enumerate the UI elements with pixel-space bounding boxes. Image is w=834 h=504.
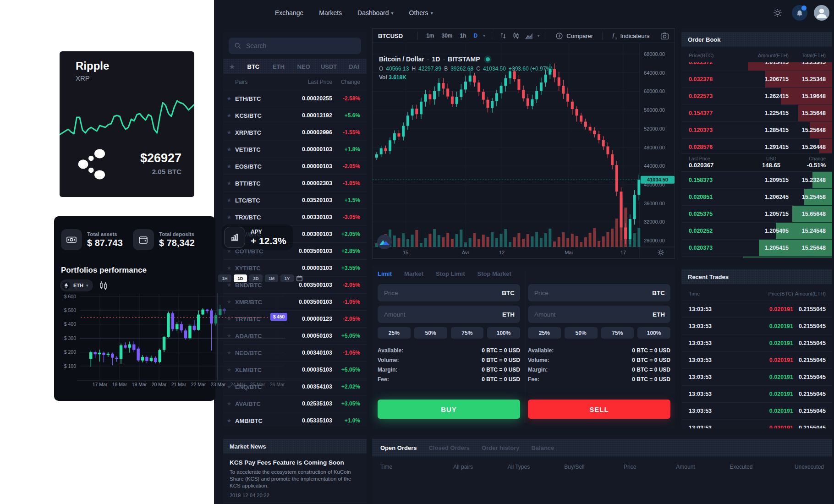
orders-tab-open-orders[interactable]: Open Orders (380, 444, 417, 451)
nav-item-dashboard[interactable]: Dashboard▾ (357, 9, 394, 16)
search-input[interactable] (245, 42, 339, 50)
pairs-tab-neo[interactable]: NEO (291, 63, 316, 70)
ask-row[interactable]: 0.0323781.20671515.25348 (681, 71, 832, 88)
news-item[interactable]: KCS Pay Fees Feature is Coming SoonTo ac… (223, 454, 367, 503)
nav-item-others[interactable]: Others▾ (409, 9, 433, 16)
trade-row[interactable]: 13:03:530.0201910.2155045 (681, 334, 832, 351)
sell-percent-25[interactable]: 25% (528, 327, 561, 339)
star-icon[interactable]: ★ (223, 112, 235, 119)
star-icon[interactable]: ★ (223, 282, 235, 288)
ask-row[interactable]: 0.0223721.01541515.25345 (681, 62, 832, 71)
avatar[interactable] (814, 5, 829, 21)
pair-row[interactable]: ★TRX/BTC0.00330103-3.05% (223, 208, 367, 225)
portfolio-timeframe-1m[interactable]: 1M (265, 274, 278, 282)
pair-row[interactable]: ★XYT/BTC0.00003103+3.55% (223, 259, 367, 276)
star-icon[interactable]: ★ (223, 214, 235, 220)
chevron-down-icon[interactable]: ▾ (536, 33, 542, 38)
portfolio-timeframe-3d[interactable]: 3D (249, 274, 263, 282)
buy-button[interactable]: BUY (378, 400, 520, 419)
snapshot-camera-icon[interactable] (660, 32, 675, 40)
candlestick-chart[interactable]: 68000.0064000.0060000.0056000.0052000.00… (373, 43, 675, 258)
orders-tab-balance[interactable]: Balance (531, 444, 554, 451)
chart-timeframe-d[interactable]: D (470, 33, 482, 39)
sell-price-input[interactable] (533, 289, 652, 297)
star-icon[interactable]: ★ (223, 95, 235, 102)
trade-row[interactable]: 13:03:530.0201910.2155045 (681, 385, 832, 402)
portfolio-timeframe-1h[interactable]: 1H (218, 274, 231, 282)
nav-item-markets[interactable]: Markets (319, 9, 342, 16)
trade-row[interactable]: 13:03:530.0201910.2155045 (681, 301, 832, 318)
pair-row[interactable]: ★ETH/BTC0.00020255-2.58% (223, 90, 367, 107)
pairs-tab-btc[interactable]: BTC (241, 63, 266, 70)
bid-row[interactable]: 0.1583731.20951515.23248 (681, 171, 832, 188)
bid-row[interactable]: 0.0203731.20541515.25648 (681, 239, 832, 256)
star-icon[interactable]: ★ (223, 163, 235, 170)
buy-percent-25[interactable]: 25% (378, 327, 411, 339)
ask-row[interactable]: 0.1203731.28541515.25648 (681, 121, 832, 138)
pair-row[interactable]: ★VET/BTC0.00000103+1.8% (223, 141, 367, 158)
favorites-star-tab[interactable]: ★ (223, 63, 241, 70)
area-style-icon[interactable] (522, 33, 536, 39)
buy-amount-input[interactable] (383, 311, 502, 318)
trade-row[interactable]: 13:03:530.0201910.2155045 (681, 351, 832, 368)
pairs-tab-usdt[interactable]: USDT (316, 63, 341, 70)
notifications-bell-icon[interactable] (792, 5, 807, 21)
buy-percent-100[interactable]: 100% (487, 327, 520, 339)
compare-arrows-icon[interactable] (497, 32, 510, 39)
candle-chart-toggle-icon[interactable] (99, 280, 108, 290)
chart-timeframe-1h[interactable]: 1h (456, 33, 470, 39)
buy-price-input[interactable] (383, 289, 502, 297)
star-icon[interactable]: ★ (223, 146, 235, 153)
candlestick-style-icon[interactable] (510, 32, 522, 39)
star-icon[interactable]: ★ (223, 129, 235, 136)
pairs-tab-dai[interactable]: DAI (341, 63, 367, 70)
pairs-tab-eth[interactable]: ETH (266, 63, 291, 70)
pair-row[interactable]: ★EOS/BTC0.00000103-2.05% (223, 158, 367, 175)
star-icon[interactable]: ★ (223, 265, 235, 271)
orders-tab-closed-orders[interactable]: Closed Orders (428, 444, 470, 451)
bid-row[interactable]: 0.0203731.20541515.25648 (681, 256, 832, 257)
pair-row[interactable]: ★BTT/BTC0.00002303-1.05% (223, 175, 367, 192)
orders-tab-order-history[interactable]: Order history (482, 444, 519, 451)
portfolio-candlestick-chart[interactable]: $ 600$ 500$ 400$ 300$ 200$ 10017 Mar18 M… (54, 290, 288, 404)
chart-timeframe-30m[interactable]: 30m (438, 33, 456, 39)
order-type-tab-stop-market[interactable]: Stop Market (477, 270, 511, 277)
sell-percent-100[interactable]: 100% (637, 327, 670, 339)
trade-row[interactable]: 13:03:530.0201910.2155045 (681, 318, 832, 334)
theme-toggle-sun-icon[interactable] (770, 8, 785, 18)
star-icon[interactable]: ★ (223, 180, 235, 186)
bid-row[interactable]: 0.0253751.20571515.65648 (681, 205, 832, 222)
sell-button[interactable]: SELL (528, 400, 670, 419)
buy-percent-75[interactable]: 75% (451, 327, 484, 339)
chevron-down-icon[interactable]: ▾ (481, 33, 487, 38)
nav-item-exchange[interactable]: Exchange (275, 9, 303, 16)
portfolio-timeframe-1d[interactable]: 1D (234, 274, 247, 282)
bid-row[interactable]: 0.0202521.20549515.24548 (681, 222, 832, 239)
trade-row[interactable]: 13:03:530.0201910.2155045 (681, 368, 832, 385)
ask-row[interactable]: 0.1543771.22541515.35648 (681, 104, 832, 121)
pair-row[interactable]: ★AMB/BTC0.05335103+1.0% (223, 412, 367, 429)
indicators-button[interactable]: ƒx Indicateurs (607, 32, 654, 40)
pair-row[interactable]: ★LTC/BTC0.03520103+1.5% (223, 192, 367, 208)
trade-row[interactable]: 13:03:530.0201910.2155045 (681, 419, 832, 428)
trade-row[interactable]: 13:03:530.0201910.2155045 (681, 402, 832, 419)
bid-row[interactable]: 0.0208511.20624515.25458 (681, 188, 832, 205)
ripple-asset-card[interactable]: Ripple XRP $26927 2.05 BTC (60, 51, 194, 197)
star-icon[interactable]: ★ (223, 197, 235, 203)
star-icon[interactable]: ★ (223, 417, 235, 424)
chart-timeframe-1m[interactable]: 1m (422, 33, 438, 39)
order-type-tab-stop-limit[interactable]: Stop Limit (436, 270, 465, 277)
buy-percent-50[interactable]: 50% (414, 327, 447, 339)
pair-row[interactable]: ★KCS/BTC0.00013192+5.6% (223, 107, 367, 124)
sell-amount-input[interactable] (533, 311, 653, 318)
pair-row[interactable]: ★XRP/BTC0.00002996-1.55% (223, 124, 367, 141)
ask-row[interactable]: 0.0225731.26241515.19648 (681, 88, 832, 104)
sell-percent-50[interactable]: 50% (565, 327, 598, 339)
sell-percent-75[interactable]: 75% (601, 327, 634, 339)
ask-row[interactable]: 0.0285761.29141515.26448 (681, 138, 832, 153)
compare-button[interactable]: Comparer (551, 32, 598, 40)
order-type-tab-market[interactable]: Market (404, 270, 423, 277)
portfolio-timeframe-1y[interactable]: 1Y (280, 274, 294, 282)
calendar-icon[interactable] (296, 275, 303, 282)
order-type-tab-limit[interactable]: Limit (378, 270, 392, 277)
